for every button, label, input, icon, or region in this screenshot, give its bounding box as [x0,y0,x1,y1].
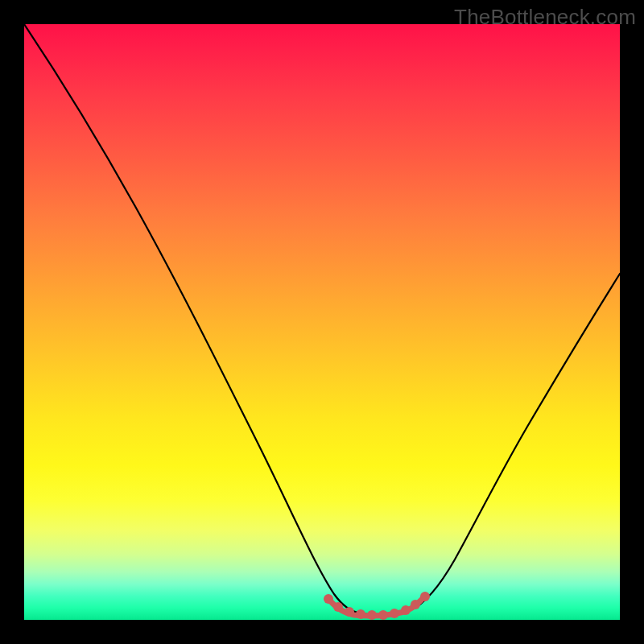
svg-point-4 [367,610,377,620]
bottleneck-curve-svg [24,24,620,620]
bottleneck-curve-line [24,24,620,615]
plot-area [24,24,620,620]
svg-point-0 [324,594,333,604]
chart-frame: TheBottleneck.com [0,0,644,644]
svg-point-3 [356,609,365,619]
svg-point-2 [345,607,354,617]
svg-point-6 [390,609,399,618]
svg-point-9 [420,592,430,601]
watermark-text: TheBottleneck.com [454,5,636,30]
svg-point-7 [401,605,411,615]
svg-point-8 [411,600,420,609]
svg-point-5 [378,610,388,620]
svg-point-1 [333,602,343,612]
highlight-dots [324,592,430,620]
